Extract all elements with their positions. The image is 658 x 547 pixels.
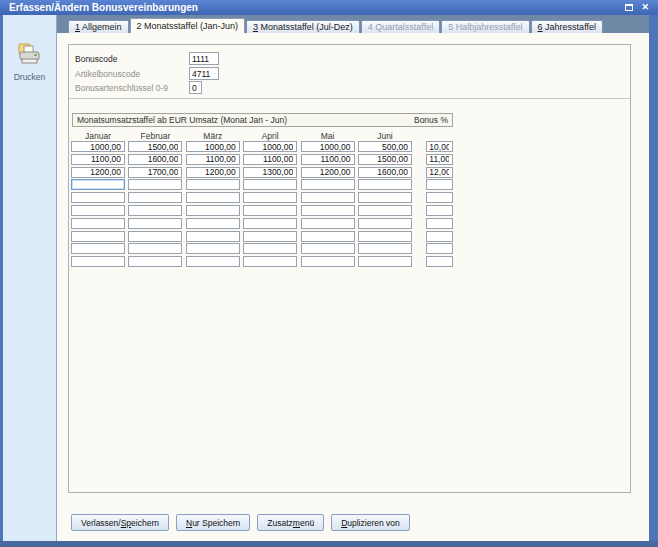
- bonus-cell-row9[interactable]: [426, 243, 453, 254]
- grid-row: [71, 154, 453, 165]
- grid-row: [71, 256, 453, 267]
- umsatz-cell-april-row6[interactable]: [243, 205, 297, 216]
- tab-jahresstaffel[interactable]: 6 Jahresstaffel: [531, 20, 603, 33]
- umsatz-cell-mai-row6[interactable]: [301, 205, 355, 216]
- umsatz-cell-mai-row9[interactable]: [301, 243, 355, 254]
- grid-gap: [415, 167, 426, 178]
- month-labels: Januar Februar März April Mai Juni: [71, 131, 415, 141]
- umsatz-cell-maerz-row3[interactable]: [186, 167, 240, 178]
- umsatz-cell-februar-row4[interactable]: [128, 179, 182, 190]
- tab-quartalsstaffel: 4 Quartalsstaffel: [361, 20, 440, 33]
- umsatz-cell-mai-row4[interactable]: [301, 179, 355, 190]
- month-label-mai: Mai: [301, 131, 355, 141]
- bonus-cell-row6[interactable]: [426, 205, 453, 216]
- umsatz-cell-januar-row9[interactable]: [71, 243, 125, 254]
- umsatz-cell-januar-row5[interactable]: [71, 192, 125, 203]
- umsatz-cell-februar-row8[interactable]: [128, 231, 182, 242]
- umsatz-cell-april-row4[interactable]: [243, 179, 297, 190]
- umsatz-cell-juni-row9[interactable]: [358, 243, 412, 254]
- tab-strip: 1 Allgemein 2 Monatsstaffel (Jan-Jun) 3 …: [57, 15, 649, 33]
- umsatz-cell-juni-row3[interactable]: [358, 167, 412, 178]
- umsatz-cell-april-row5[interactable]: [243, 192, 297, 203]
- umsatz-cell-april-row10[interactable]: [243, 256, 297, 267]
- bonusartenschluessel-field[interactable]: [189, 81, 202, 94]
- bonus-cell-row2[interactable]: [426, 154, 453, 165]
- printer-icon: [16, 51, 43, 68]
- umsatz-cell-april-row2[interactable]: [243, 154, 297, 165]
- umsatz-cell-mai-row7[interactable]: [301, 218, 355, 229]
- umsatz-cell-mai-row2[interactable]: [301, 154, 355, 165]
- tab-monatsstaffel-jul-dez[interactable]: 3 Monatsstaffel (Jul-Dez): [246, 20, 360, 33]
- umsatz-cell-maerz-row10[interactable]: [186, 256, 240, 267]
- artikelbonuscode-field[interactable]: [189, 67, 219, 80]
- umsatz-cell-juni-row6[interactable]: [358, 205, 412, 216]
- umsatz-cell-juni-row7[interactable]: [358, 218, 412, 229]
- umsatz-cell-januar-row10[interactable]: [71, 256, 125, 267]
- umsatz-cell-maerz-row5[interactable]: [186, 192, 240, 203]
- grid-gap: [415, 179, 426, 190]
- umsatz-cell-mai-row8[interactable]: [301, 231, 355, 242]
- umsatz-cell-maerz-row2[interactable]: [186, 154, 240, 165]
- umsatz-cell-januar-row4[interactable]: [71, 179, 125, 190]
- umsatz-cell-maerz-row7[interactable]: [186, 218, 240, 229]
- umsatz-cell-januar-row1[interactable]: [71, 141, 125, 152]
- client-area: Drucken 1 Allgemein 2 Monatsstaffel (Jan…: [3, 15, 649, 541]
- umsatz-cell-maerz-row4[interactable]: [186, 179, 240, 190]
- umsatz-cell-februar-row6[interactable]: [128, 205, 182, 216]
- umsatz-cell-april-row8[interactable]: [243, 231, 297, 242]
- print-button[interactable]: Drucken: [3, 43, 56, 82]
- umsatz-cell-april-row1[interactable]: [243, 141, 297, 152]
- staffel-header-title: Monatsumsatzstaffel ab EUR Umsatz (Monat…: [77, 115, 287, 125]
- umsatz-cell-maerz-row6[interactable]: [186, 205, 240, 216]
- umsatz-cell-juni-row8[interactable]: [358, 231, 412, 242]
- umsatz-cell-februar-row9[interactable]: [128, 243, 182, 254]
- umsatz-cell-april-row7[interactable]: [243, 218, 297, 229]
- bonus-cell-row7[interactable]: [426, 218, 453, 229]
- umsatz-cell-juni-row5[interactable]: [358, 192, 412, 203]
- umsatz-cell-april-row9[interactable]: [243, 243, 297, 254]
- grid-gap: [415, 256, 426, 267]
- umsatz-cell-januar-row8[interactable]: [71, 231, 125, 242]
- umsatz-cell-februar-row3[interactable]: [128, 167, 182, 178]
- umsatz-cell-april-row3[interactable]: [243, 167, 297, 178]
- zusatzmenue-button[interactable]: Zusatzmenü: [257, 514, 324, 531]
- grid-gap: [415, 141, 426, 152]
- tab-monatsstaffel-jan-jun[interactable]: 2 Monatsstaffel (Jan-Jun): [130, 18, 245, 33]
- umsatz-cell-februar-row2[interactable]: [128, 154, 182, 165]
- bonuscode-field[interactable]: [189, 52, 219, 65]
- month-label-februar: Februar: [128, 131, 182, 141]
- umsatz-cell-mai-row1[interactable]: [301, 141, 355, 152]
- umsatz-cell-juni-row2[interactable]: [358, 154, 412, 165]
- duplizieren-von-button[interactable]: Duplizieren von: [331, 514, 410, 531]
- close-icon[interactable]: ✕: [641, 3, 649, 12]
- umsatz-cell-januar-row7[interactable]: [71, 218, 125, 229]
- umsatz-cell-februar-row1[interactable]: [128, 141, 182, 152]
- bonus-cell-row1[interactable]: [426, 141, 453, 152]
- umsatz-cell-januar-row3[interactable]: [71, 167, 125, 178]
- tab-allgemein[interactable]: 1 Allgemein: [68, 20, 129, 33]
- main-area: 1 Allgemein 2 Monatsstaffel (Jan-Jun) 3 …: [57, 15, 649, 541]
- umsatz-cell-februar-row5[interactable]: [128, 192, 182, 203]
- umsatz-cell-maerz-row1[interactable]: [186, 141, 240, 152]
- umsatz-cell-mai-row5[interactable]: [301, 192, 355, 203]
- bonus-cell-row10[interactable]: [426, 256, 453, 267]
- verlassen-speichern-button[interactable]: Verlassen/Speichern: [71, 514, 169, 531]
- restore-icon[interactable]: [625, 4, 633, 11]
- umsatz-cell-februar-row7[interactable]: [128, 218, 182, 229]
- nur-speichern-button[interactable]: Nur Speichern: [176, 514, 250, 531]
- umsatz-cell-mai-row3[interactable]: [301, 167, 355, 178]
- bonus-cell-row8[interactable]: [426, 231, 453, 242]
- umsatz-cell-maerz-row9[interactable]: [186, 243, 240, 254]
- button-bar: Verlassen/Speichern Nur Speichern Zusatz…: [71, 514, 410, 531]
- umsatz-cell-januar-row2[interactable]: [71, 154, 125, 165]
- bonus-cell-row3[interactable]: [426, 167, 453, 178]
- bonus-cell-row5[interactable]: [426, 192, 453, 203]
- umsatz-cell-maerz-row8[interactable]: [186, 231, 240, 242]
- umsatz-cell-mai-row10[interactable]: [301, 256, 355, 267]
- umsatz-cell-januar-row6[interactable]: [71, 205, 125, 216]
- bonus-cell-row4[interactable]: [426, 179, 453, 190]
- umsatz-cell-juni-row4[interactable]: [358, 179, 412, 190]
- umsatz-cell-juni-row10[interactable]: [358, 256, 412, 267]
- umsatz-cell-februar-row10[interactable]: [128, 256, 182, 267]
- umsatz-cell-juni-row1[interactable]: [358, 141, 412, 152]
